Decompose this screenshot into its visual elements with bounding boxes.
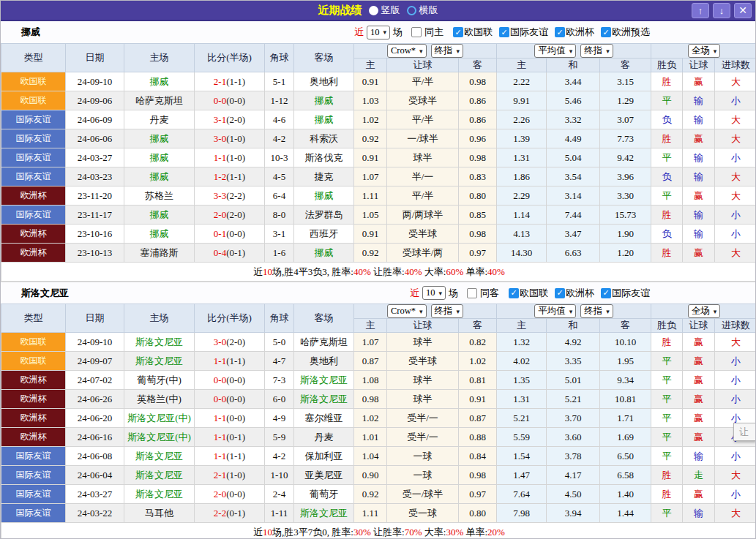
league-cell: 欧国联 bbox=[1, 352, 66, 371]
avg-time-select[interactable]: 终指▾ bbox=[580, 44, 613, 58]
team-label: 马耳他 bbox=[145, 508, 173, 519]
chevron-down-icon: ▾ bbox=[569, 48, 573, 55]
halftime-score: (2-0) bbox=[226, 114, 245, 125]
match-row: 国际友谊24-03-27挪威1-1(1-0)10-3斯洛伐克0.91球半0.98… bbox=[1, 148, 756, 167]
average-group-header: 平均值▾终指▾ bbox=[497, 44, 651, 59]
team-name: 斯洛文尼亚 bbox=[1, 287, 69, 300]
close-button[interactable]: ✕ bbox=[734, 3, 752, 18]
home-odds-cell: 1.01 bbox=[354, 428, 387, 447]
fulltime-score: 0-0 bbox=[214, 374, 226, 385]
layout-horizontal-radio[interactable]: 横版 bbox=[407, 4, 438, 17]
league-filter-checkbox[interactable]: ✓国际友谊 bbox=[601, 287, 650, 300]
team-label: 斯洛文尼亚 bbox=[135, 489, 183, 500]
team-label: 斯洛文尼亚 bbox=[300, 374, 348, 385]
avg-home-cell: 1.32 bbox=[497, 333, 547, 352]
handicap-cell: 平/半 bbox=[387, 186, 459, 206]
handicap-result-cell: 赢 bbox=[683, 244, 715, 263]
chevron-down-icon: ▾ bbox=[606, 308, 610, 315]
league-filter-checkbox[interactable]: ✓欧洲杯 bbox=[555, 287, 594, 300]
date-cell: 24-06-06 bbox=[66, 129, 124, 148]
home-team-cell: 葡萄牙(中) bbox=[124, 371, 195, 390]
summary-value: 60% bbox=[446, 266, 463, 277]
summary-row: 近10场,胜4平3负3, 胜率:40% 让胜率:40% 大率:60% 单率:40… bbox=[1, 263, 756, 282]
odds-source-select[interactable]: Crow*▾ bbox=[387, 44, 427, 58]
match-count-select[interactable]: 10▾ bbox=[422, 286, 446, 300]
sub-column-header: 客 bbox=[600, 59, 651, 72]
result-cell: 平 bbox=[651, 428, 683, 447]
league-filter-checkbox[interactable]: ✓欧洲预选 bbox=[601, 26, 650, 39]
match-count-select[interactable]: 10▾ bbox=[367, 26, 390, 39]
team-label: 斯洛文尼亚 bbox=[135, 451, 183, 461]
team-label: 挪威 bbox=[150, 171, 169, 182]
handicap-cell: 球半 bbox=[387, 333, 459, 352]
sub-column-header: 进球数 bbox=[715, 319, 756, 333]
average-group-header: 平均值▾终指▾ bbox=[497, 304, 651, 319]
same-venue-checkbox[interactable]: 同客 bbox=[467, 287, 499, 300]
away-odds-cell: 0.86 bbox=[459, 91, 497, 110]
away-odds-cell: 0.80 bbox=[459, 504, 497, 523]
away-team-cell: 保加利亚 bbox=[294, 447, 354, 466]
result-cell: 平 bbox=[651, 371, 683, 390]
avg-source-select[interactable]: 平均值▾ bbox=[534, 44, 576, 58]
score-cell: 0-4(0-1) bbox=[195, 244, 265, 263]
summary-value: 40% bbox=[405, 266, 422, 277]
avg-source-select[interactable]: 平均值▾ bbox=[534, 304, 576, 318]
handicap-result-cell: 赢 bbox=[683, 428, 715, 447]
league-filter-checkbox[interactable]: ✓欧洲杯 bbox=[555, 26, 594, 39]
goals-cell: 小 bbox=[715, 371, 756, 390]
move-up-button[interactable]: ↑ bbox=[692, 3, 709, 18]
column-header: 角球 bbox=[265, 304, 294, 333]
handicap-result-cell: 赢 bbox=[683, 333, 715, 352]
team-label: 挪威 bbox=[315, 114, 334, 125]
home-odds-cell: 0.98 bbox=[354, 390, 387, 409]
games-label: 场 bbox=[393, 26, 403, 39]
home-odds-cell: 0.90 bbox=[354, 466, 387, 485]
team-section-2: 斯洛文尼亚近10▾场同客✓欧国联✓欧洲杯✓国际友谊类型日期主场比分(半场)角球客… bbox=[1, 282, 755, 539]
team-label: 哈萨克斯坦 bbox=[300, 336, 348, 347]
avg-away-cell: 3.15 bbox=[600, 72, 651, 91]
league-filter-checkbox[interactable]: ✓欧国联 bbox=[509, 287, 548, 300]
league-filter-checkbox[interactable]: ✓欧国联 bbox=[453, 26, 493, 39]
odds-time-select[interactable]: 终指▾ bbox=[431, 304, 464, 318]
away-team-cell: 挪威 bbox=[294, 91, 354, 110]
sub-column-header: 胜负 bbox=[651, 59, 683, 72]
period-select[interactable]: 全场▾ bbox=[688, 44, 721, 58]
chevron-down-icon: ▾ bbox=[438, 290, 442, 297]
summary-text: 让胜率: bbox=[371, 266, 405, 277]
chevron-down-icon: ▾ bbox=[419, 48, 423, 55]
score-cell: 2-0(0-0) bbox=[195, 485, 265, 504]
move-down-button[interactable]: ↓ bbox=[713, 3, 730, 18]
sub-column-header: 让球 bbox=[683, 319, 715, 333]
halftime-score: (0-1) bbox=[226, 431, 245, 442]
handicap-result-cell: 输 bbox=[683, 148, 715, 167]
odds-source-select[interactable]: Crow*▾ bbox=[387, 304, 427, 318]
period-select-value: 全场 bbox=[692, 45, 710, 57]
league-filter-checkbox[interactable]: ✓国际友谊 bbox=[499, 26, 548, 39]
sub-column-header: 客 bbox=[459, 59, 497, 72]
match-row: 欧洲杯24-06-16斯洛文尼亚(中)1-1(0-1)5-9丹麦1.01受半/一… bbox=[1, 428, 756, 447]
period-select[interactable]: 全场▾ bbox=[688, 304, 721, 318]
team-label: 保加利亚 bbox=[305, 451, 343, 461]
same-venue-checkbox[interactable]: 同主 bbox=[411, 26, 444, 39]
avg-home-cell: 2.29 bbox=[497, 186, 547, 206]
corner-cell: 8-0 bbox=[265, 206, 294, 225]
avg-home-cell: 5.59 bbox=[497, 428, 547, 447]
odds-time-select[interactable]: 终指▾ bbox=[431, 44, 464, 58]
layout-vertical-radio[interactable]: 竖版 bbox=[369, 4, 400, 17]
team-label: 斯洛文尼亚(中) bbox=[127, 431, 191, 442]
avg-source-select-value: 平均值 bbox=[538, 45, 566, 57]
handicap-result-cell: 输 bbox=[683, 504, 715, 523]
home-odds-cell: 0.92 bbox=[354, 129, 387, 148]
corner-cell: 4-2 bbox=[265, 447, 294, 466]
avg-time-select[interactable]: 终指▾ bbox=[580, 304, 613, 318]
away-odds-cell: 0.86 bbox=[459, 110, 497, 129]
league-cell: 国际友谊 bbox=[1, 110, 66, 129]
result-cell: 胜 bbox=[651, 244, 683, 263]
checkbox-checked-icon: ✓ bbox=[601, 27, 611, 37]
date-cell: 24-06-04 bbox=[66, 466, 124, 485]
summary-text: 单率: bbox=[463, 527, 487, 538]
goals-cell: 小 bbox=[715, 390, 756, 409]
handicap-cell: 一球 bbox=[387, 447, 459, 466]
avg-away-cell: 9.34 bbox=[600, 371, 651, 390]
match-row: 国际友谊24-03-23挪威1-2(1-1)4-5捷克1.07半/一0.831.… bbox=[1, 167, 756, 186]
